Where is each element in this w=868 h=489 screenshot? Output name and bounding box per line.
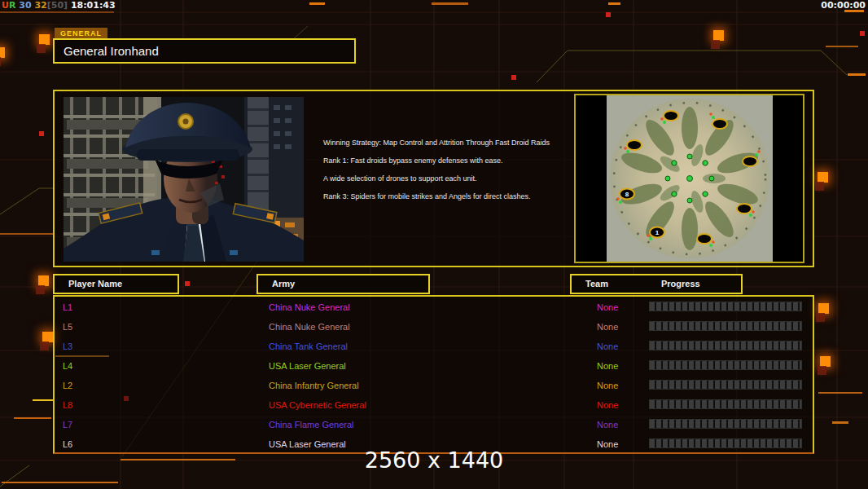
status-bar: UR 30 32[50] 18:01:43 00:00:00 bbox=[0, 0, 868, 11]
status-readout: UR 30 32[50] 18:01:43 bbox=[2, 0, 116, 11]
player-army[interactable]: USA Cybernetic General bbox=[269, 400, 366, 410]
red-square-decor bbox=[511, 75, 516, 80]
player-name[interactable]: L4 bbox=[63, 361, 72, 371]
player-team[interactable]: None bbox=[597, 381, 618, 390]
player-army[interactable]: China Nuke General bbox=[269, 302, 350, 312]
player-army[interactable]: China Tank General bbox=[269, 341, 348, 351]
player-name[interactable]: L7 bbox=[63, 420, 72, 430]
general-portrait bbox=[64, 97, 304, 262]
red-square-decor bbox=[39, 131, 44, 136]
glow-square-decor bbox=[42, 332, 53, 342]
strategy-paragraph: Rank 1: Fast droids bypass enemy defense… bbox=[323, 156, 564, 165]
red-square-decor bbox=[606, 12, 611, 17]
status-segment: [50] bbox=[47, 0, 68, 11]
strategy-paragraph: Winning Strategy: Map Control and Attrit… bbox=[323, 139, 564, 148]
player-table: L1China Nuke GeneralNoneL5China Nuke Gen… bbox=[53, 295, 814, 454]
status-segment: U bbox=[2, 0, 9, 11]
status-segment: 32 bbox=[32, 0, 47, 11]
player-army[interactable]: China Infantry General bbox=[269, 381, 359, 390]
team-header-label: Team bbox=[585, 275, 608, 293]
glow-square-decor bbox=[39, 34, 50, 45]
glow-square-decor bbox=[713, 30, 724, 41]
player-team[interactable]: None bbox=[597, 400, 618, 410]
player-name[interactable]: L5 bbox=[63, 322, 72, 332]
player-army[interactable]: China Nuke General bbox=[269, 322, 350, 332]
player-name[interactable]: L1 bbox=[63, 302, 72, 312]
game-lobby-screen: UR 30 32[50] 18:01:43 00:00:00 GENERAL G… bbox=[0, 0, 868, 489]
svg-text:8: 8 bbox=[625, 191, 629, 198]
player-progress-bar bbox=[649, 321, 802, 331]
army-header-label: Army bbox=[272, 279, 295, 289]
match-timer: 00:00:00 bbox=[821, 0, 866, 11]
player-progress-bar bbox=[649, 399, 802, 409]
red-square-decor bbox=[185, 281, 190, 286]
player-row[interactable]: L5China Nuke GeneralNone bbox=[55, 319, 813, 338]
map-image: 8 1 bbox=[607, 95, 773, 262]
general-info-panel: Winning Strategy: Map Control and Attrit… bbox=[53, 90, 814, 267]
player-army[interactable]: USA Laser General bbox=[269, 361, 346, 371]
player-name[interactable]: L2 bbox=[63, 381, 72, 390]
player-row[interactable]: L4USA Laser GeneralNone bbox=[55, 358, 813, 377]
player-row[interactable]: L1China Nuke GeneralNone bbox=[55, 299, 813, 319]
player-progress-bar bbox=[649, 419, 802, 429]
svg-text:1: 1 bbox=[655, 229, 659, 236]
player-progress-bar bbox=[649, 302, 802, 311]
player-team[interactable]: None bbox=[597, 361, 618, 371]
map-preview[interactable]: 8 1 bbox=[574, 94, 804, 263]
general-tab-label: GENERAL bbox=[55, 28, 107, 38]
red-square-decor bbox=[860, 31, 865, 36]
player-team[interactable]: None bbox=[597, 420, 618, 430]
player-row[interactable]: L7China Flame GeneralNone bbox=[55, 416, 813, 436]
status-segment: 18:01:43 bbox=[68, 0, 116, 11]
resolution-label: 2560 x 1440 bbox=[0, 447, 868, 473]
strategy-paragraph: Rank 3: Spiders for mobile strikes and A… bbox=[323, 192, 564, 201]
strategy-paragraph: A wide selection of drones to support ea… bbox=[323, 174, 564, 183]
player-team[interactable]: None bbox=[597, 322, 618, 332]
player-progress-bar bbox=[649, 360, 802, 370]
column-header-army: Army bbox=[256, 274, 430, 294]
column-header-team-progress: Team Progress bbox=[570, 274, 743, 294]
glow-square-decor bbox=[820, 356, 831, 367]
player-row[interactable]: L8USA Cybernetic GeneralNone bbox=[55, 397, 813, 416]
column-header-player-name: Player Name bbox=[53, 274, 179, 294]
glow-square-decor bbox=[0, 47, 5, 58]
player-progress-bar bbox=[649, 341, 802, 350]
glow-square-decor bbox=[818, 172, 828, 183]
player-team[interactable]: None bbox=[597, 341, 618, 351]
status-segment: 30 bbox=[15, 0, 31, 11]
general-name-value: General Ironhand bbox=[64, 44, 159, 58]
player-progress-bar bbox=[649, 380, 802, 390]
player-army[interactable]: China Flame General bbox=[269, 420, 354, 430]
general-name-input[interactable]: General Ironhand bbox=[53, 38, 356, 64]
player-name-header-label: Player Name bbox=[68, 279, 122, 289]
player-row[interactable]: L3China Tank GeneralNone bbox=[55, 338, 813, 358]
glow-square-decor bbox=[38, 275, 49, 286]
player-name[interactable]: L3 bbox=[63, 341, 72, 351]
progress-header-label: Progress bbox=[661, 275, 700, 293]
player-team[interactable]: None bbox=[597, 302, 618, 312]
glow-square-decor bbox=[818, 303, 829, 314]
player-name[interactable]: L8 bbox=[63, 400, 72, 410]
player-row[interactable]: L2China Infantry GeneralNone bbox=[55, 377, 813, 397]
strategy-text: Winning Strategy: Map Control and Attrit… bbox=[323, 139, 564, 210]
